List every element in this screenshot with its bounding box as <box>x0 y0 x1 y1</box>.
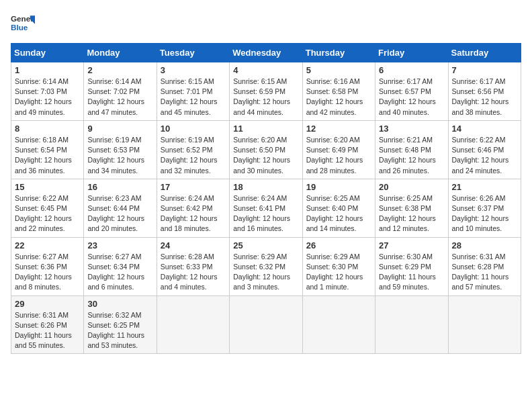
day-info: Sunrise: 6:31 AMSunset: 6:28 PMDaylight:… <box>452 252 517 293</box>
day-info: Sunrise: 6:25 AMSunset: 6:40 PMDaylight:… <box>306 193 371 234</box>
day-info: Sunrise: 6:24 AMSunset: 6:42 PMDaylight:… <box>161 193 226 234</box>
day-info: Sunrise: 6:15 AMSunset: 6:59 PMDaylight:… <box>233 77 298 118</box>
day-number: 30 <box>87 299 152 309</box>
day-info: Sunrise: 6:14 AMSunset: 7:03 PMDaylight:… <box>15 77 80 118</box>
day-info: Sunrise: 6:19 AMSunset: 6:52 PMDaylight:… <box>161 135 226 176</box>
day-info: Sunrise: 6:27 AMSunset: 6:36 PMDaylight:… <box>15 252 80 293</box>
day-info: Sunrise: 6:22 AMSunset: 6:45 PMDaylight:… <box>15 193 80 234</box>
calendar-week-row: 29Sunrise: 6:31 AMSunset: 6:26 PMDayligh… <box>11 295 521 354</box>
day-number: 3 <box>161 65 226 75</box>
day-number: 14 <box>452 124 517 134</box>
empty-day <box>375 295 448 354</box>
calendar-day: 11Sunrise: 6:20 AMSunset: 6:50 PMDayligh… <box>230 120 302 179</box>
calendar-day: 6Sunrise: 6:17 AMSunset: 6:57 PMDaylight… <box>375 62 448 121</box>
calendar-week-row: 15Sunrise: 6:22 AMSunset: 6:45 PMDayligh… <box>11 179 521 237</box>
calendar-day: 29Sunrise: 6:31 AMSunset: 6:26 PMDayligh… <box>11 295 84 354</box>
day-info: Sunrise: 6:17 AMSunset: 6:56 PMDaylight:… <box>452 77 517 118</box>
day-info: Sunrise: 6:20 AMSunset: 6:50 PMDaylight:… <box>233 135 298 176</box>
weekday-header: Friday <box>375 44 448 62</box>
day-number: 23 <box>87 240 152 250</box>
calendar-day: 20Sunrise: 6:25 AMSunset: 6:38 PMDayligh… <box>375 179 448 237</box>
day-info: Sunrise: 6:14 AMSunset: 7:02 PMDaylight:… <box>87 77 152 118</box>
day-number: 24 <box>161 240 226 250</box>
calendar-day: 5Sunrise: 6:16 AMSunset: 6:58 PMDaylight… <box>302 62 375 121</box>
day-number: 2 <box>87 65 152 75</box>
day-number: 26 <box>306 240 371 250</box>
day-info: Sunrise: 6:17 AMSunset: 6:57 PMDaylight:… <box>379 77 444 118</box>
weekday-header: Monday <box>84 44 157 62</box>
empty-day <box>230 295 302 354</box>
day-number: 6 <box>379 65 444 75</box>
empty-day <box>157 295 229 354</box>
day-info: Sunrise: 6:16 AMSunset: 6:58 PMDaylight:… <box>306 77 371 118</box>
day-info: Sunrise: 6:28 AMSunset: 6:33 PMDaylight:… <box>161 252 226 293</box>
day-number: 29 <box>15 299 80 309</box>
empty-day <box>302 295 375 354</box>
weekday-header: Wednesday <box>230 44 302 62</box>
day-info: Sunrise: 6:30 AMSunset: 6:29 PMDaylight:… <box>379 252 444 293</box>
calendar-day: 8Sunrise: 6:18 AMSunset: 6:54 PMDaylight… <box>11 120 84 179</box>
calendar-day: 12Sunrise: 6:20 AMSunset: 6:49 PMDayligh… <box>302 120 375 179</box>
calendar-day: 28Sunrise: 6:31 AMSunset: 6:28 PMDayligh… <box>448 237 521 295</box>
calendar-day: 24Sunrise: 6:28 AMSunset: 6:33 PMDayligh… <box>157 237 229 295</box>
day-info: Sunrise: 6:24 AMSunset: 6:41 PMDaylight:… <box>233 193 298 234</box>
calendar-day: 23Sunrise: 6:27 AMSunset: 6:34 PMDayligh… <box>84 237 157 295</box>
day-number: 10 <box>161 124 226 134</box>
calendar-day: 10Sunrise: 6:19 AMSunset: 6:52 PMDayligh… <box>157 120 229 179</box>
calendar-day: 17Sunrise: 6:24 AMSunset: 6:42 PMDayligh… <box>157 179 229 237</box>
calendar-table: SundayMondayTuesdayWednesdayThursdayFrid… <box>11 43 521 354</box>
day-number: 5 <box>306 65 371 75</box>
calendar-day: 21Sunrise: 6:26 AMSunset: 6:37 PMDayligh… <box>448 179 521 237</box>
logo-icon: General Blue <box>11 11 35 35</box>
calendar-week-row: 22Sunrise: 6:27 AMSunset: 6:36 PMDayligh… <box>11 237 521 295</box>
day-number: 18 <box>233 182 298 192</box>
weekday-header: Sunday <box>11 44 84 62</box>
day-number: 27 <box>379 240 444 250</box>
day-number: 11 <box>233 124 298 134</box>
day-number: 15 <box>15 182 80 192</box>
calendar-day: 3Sunrise: 6:15 AMSunset: 7:01 PMDaylight… <box>157 62 229 121</box>
calendar-day: 18Sunrise: 6:24 AMSunset: 6:41 PMDayligh… <box>230 179 302 237</box>
day-info: Sunrise: 6:29 AMSunset: 6:32 PMDaylight:… <box>233 252 298 293</box>
day-info: Sunrise: 6:21 AMSunset: 6:48 PMDaylight:… <box>379 135 444 176</box>
day-info: Sunrise: 6:32 AMSunset: 6:25 PMDaylight:… <box>87 310 152 351</box>
page-header: General Blue <box>11 11 521 35</box>
calendar-day: 2Sunrise: 6:14 AMSunset: 7:02 PMDaylight… <box>84 62 157 121</box>
day-info: Sunrise: 6:27 AMSunset: 6:34 PMDaylight:… <box>87 252 152 293</box>
calendar-day: 1Sunrise: 6:14 AMSunset: 7:03 PMDaylight… <box>11 62 84 121</box>
day-info: Sunrise: 6:26 AMSunset: 6:37 PMDaylight:… <box>452 193 517 234</box>
calendar-week-row: 8Sunrise: 6:18 AMSunset: 6:54 PMDaylight… <box>11 120 521 179</box>
day-number: 19 <box>306 182 371 192</box>
day-number: 16 <box>87 182 152 192</box>
empty-day <box>448 295 521 354</box>
day-info: Sunrise: 6:29 AMSunset: 6:30 PMDaylight:… <box>306 252 371 293</box>
day-number: 25 <box>233 240 298 250</box>
weekday-header-row: SundayMondayTuesdayWednesdayThursdayFrid… <box>11 44 521 62</box>
calendar-day: 13Sunrise: 6:21 AMSunset: 6:48 PMDayligh… <box>375 120 448 179</box>
calendar-week-row: 1Sunrise: 6:14 AMSunset: 7:03 PMDaylight… <box>11 62 521 121</box>
weekday-header: Tuesday <box>157 44 229 62</box>
day-info: Sunrise: 6:25 AMSunset: 6:38 PMDaylight:… <box>379 193 444 234</box>
day-number: 9 <box>87 124 152 134</box>
day-number: 28 <box>452 240 517 250</box>
day-info: Sunrise: 6:15 AMSunset: 7:01 PMDaylight:… <box>161 77 226 118</box>
calendar-day: 4Sunrise: 6:15 AMSunset: 6:59 PMDaylight… <box>230 62 302 121</box>
calendar-day: 25Sunrise: 6:29 AMSunset: 6:32 PMDayligh… <box>230 237 302 295</box>
day-number: 13 <box>379 124 444 134</box>
day-number: 20 <box>379 182 444 192</box>
calendar-day: 26Sunrise: 6:29 AMSunset: 6:30 PMDayligh… <box>302 237 375 295</box>
day-number: 22 <box>15 240 80 250</box>
day-number: 1 <box>15 65 80 75</box>
day-number: 4 <box>233 65 298 75</box>
logo: General Blue <box>11 11 35 35</box>
calendar-day: 19Sunrise: 6:25 AMSunset: 6:40 PMDayligh… <box>302 179 375 237</box>
calendar-day: 14Sunrise: 6:22 AMSunset: 6:46 PMDayligh… <box>448 120 521 179</box>
day-number: 7 <box>452 65 517 75</box>
day-info: Sunrise: 6:23 AMSunset: 6:44 PMDaylight:… <box>87 193 152 234</box>
day-info: Sunrise: 6:22 AMSunset: 6:46 PMDaylight:… <box>452 135 517 176</box>
weekday-header: Thursday <box>302 44 375 62</box>
calendar-day: 7Sunrise: 6:17 AMSunset: 6:56 PMDaylight… <box>448 62 521 121</box>
calendar-day: 15Sunrise: 6:22 AMSunset: 6:45 PMDayligh… <box>11 179 84 237</box>
day-info: Sunrise: 6:20 AMSunset: 6:49 PMDaylight:… <box>306 135 371 176</box>
day-info: Sunrise: 6:31 AMSunset: 6:26 PMDaylight:… <box>15 310 80 351</box>
